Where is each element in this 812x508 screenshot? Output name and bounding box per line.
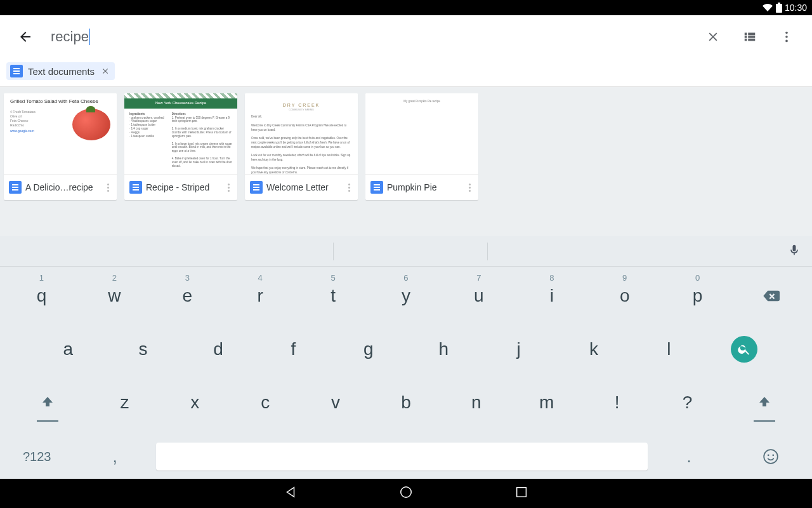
result-more-button[interactable] (343, 184, 355, 192)
key-v[interactable]: v (301, 376, 371, 429)
filter-chip-row: Text documents (0, 58, 812, 87)
nav-home-icon (399, 485, 413, 499)
shift-icon (40, 395, 55, 410)
filter-chip-remove[interactable] (100, 65, 111, 77)
nav-recent-button[interactable] (514, 485, 528, 502)
result-more-button[interactable] (102, 184, 114, 192)
key-y[interactable]: 6y (370, 269, 443, 323)
suggestion-bar (0, 236, 812, 267)
docs-icon (250, 181, 263, 194)
key-q[interactable]: 1q (5, 269, 78, 323)
search-input[interactable]: recipe (41, 29, 698, 45)
key-m[interactable]: m (511, 376, 582, 429)
key-symbols[interactable]: ?123 (0, 450, 74, 464)
nav-back-button[interactable] (284, 485, 298, 502)
result-more-button[interactable] (222, 184, 235, 192)
result-card[interactable]: My great Pumpkin Pie recipe Pumpkin Pie (365, 93, 478, 200)
android-status-bar: 10:30 (0, 0, 812, 15)
key-u[interactable]: 7u (442, 269, 515, 323)
result-thumbnail: New York Cheesecake Recipe Ingredients· … (124, 93, 237, 175)
close-icon (706, 30, 720, 44)
view-toggle-button[interactable] (735, 22, 765, 52)
svg-point-2 (785, 40, 788, 43)
docs-icon (129, 181, 142, 194)
docs-icon (9, 181, 22, 194)
key-s[interactable]: s (105, 323, 180, 376)
key-a[interactable]: a (30, 323, 105, 376)
key-emoji[interactable] (730, 448, 812, 465)
key-l[interactable]: l (631, 323, 706, 376)
key-question[interactable]: ? (652, 376, 723, 429)
svg-rect-7 (517, 488, 527, 497)
key-p[interactable]: 0p (661, 269, 734, 323)
key-c[interactable]: c (230, 376, 301, 429)
wifi-icon (762, 3, 773, 13)
key-space[interactable] (156, 443, 648, 471)
list-view-icon (743, 30, 757, 44)
search-results-grid: Grilled Tomato Salad with Feta Cheese 4 … (0, 87, 812, 206)
key-f[interactable]: f (256, 323, 331, 376)
key-period[interactable]: . (648, 447, 730, 467)
key-backspace[interactable] (734, 269, 807, 323)
key-comma[interactable]: , (74, 447, 155, 467)
key-shift[interactable] (5, 376, 89, 429)
key-exclaim[interactable]: ! (582, 376, 652, 429)
key-h[interactable]: h (406, 323, 481, 376)
key-shift[interactable] (723, 376, 807, 429)
key-w[interactable]: 2w (78, 269, 151, 323)
emoji-icon (763, 448, 779, 465)
key-b[interactable]: b (371, 376, 442, 429)
result-title: A Delicio…recipe (25, 182, 98, 192)
nav-home-button[interactable] (399, 485, 413, 502)
close-icon (101, 67, 110, 76)
key-r[interactable]: 4r (224, 269, 297, 323)
nav-recent-icon (514, 485, 528, 499)
clear-search-button[interactable] (698, 22, 728, 52)
android-nav-bar (0, 479, 812, 508)
svg-point-1 (785, 36, 788, 38)
result-more-button[interactable] (463, 184, 476, 192)
nav-back-icon (284, 485, 298, 499)
key-j[interactable]: j (481, 323, 556, 376)
key-o[interactable]: 9o (588, 269, 661, 323)
key-i[interactable]: 8i (515, 269, 588, 323)
result-card[interactable]: Grilled Tomato Salad with Feta Cheese 4 … (4, 93, 117, 200)
battery-icon (776, 3, 782, 13)
result-title: Pumpkin Pie (387, 182, 459, 192)
key-d[interactable]: d (181, 323, 256, 376)
shift-icon (757, 395, 772, 410)
docs-icon (370, 181, 383, 194)
key-z[interactable]: z (89, 376, 160, 429)
svg-point-0 (785, 32, 788, 34)
svg-point-4 (768, 454, 769, 456)
key-g[interactable]: g (331, 323, 406, 376)
result-thumbnail: DRY CREEK COMMUNITY FARMS Dear all,Welco… (245, 93, 358, 175)
back-button[interactable] (10, 22, 41, 52)
arrow-back-icon (18, 29, 33, 44)
result-title: Welcome Letter (266, 182, 339, 192)
more-vert-icon (780, 30, 794, 44)
search-query-text: recipe (51, 29, 89, 45)
key-e[interactable]: 3e (151, 269, 224, 323)
voice-input-button[interactable] (788, 244, 801, 259)
result-title: Recipe - Striped (146, 182, 218, 192)
backspace-icon (762, 287, 780, 305)
svg-point-5 (773, 454, 775, 456)
filter-chip-text-documents[interactable]: Text documents (6, 62, 115, 80)
key-search[interactable] (707, 323, 782, 376)
svg-point-6 (401, 487, 412, 498)
key-t[interactable]: 5t (297, 269, 370, 323)
search-icon (737, 342, 751, 356)
key-k[interactable]: k (556, 323, 631, 376)
soft-keyboard: 1q2w3e4r5t6y7u8i9o0p asdfghjkl zxcvbnm!?… (0, 236, 812, 479)
result-thumbnail: My great Pumpkin Pie recipe (365, 93, 478, 175)
svg-point-3 (764, 450, 778, 464)
result-card[interactable]: New York Cheesecake Recipe Ingredients· … (124, 93, 237, 200)
filter-chip-label: Text documents (28, 66, 95, 77)
result-card[interactable]: DRY CREEK COMMUNITY FARMS Dear all,Welco… (245, 93, 358, 200)
docs-icon (10, 65, 23, 77)
key-x[interactable]: x (160, 376, 230, 429)
key-n[interactable]: n (441, 376, 511, 429)
mic-icon (788, 244, 801, 257)
overflow-menu-button[interactable] (771, 22, 802, 52)
